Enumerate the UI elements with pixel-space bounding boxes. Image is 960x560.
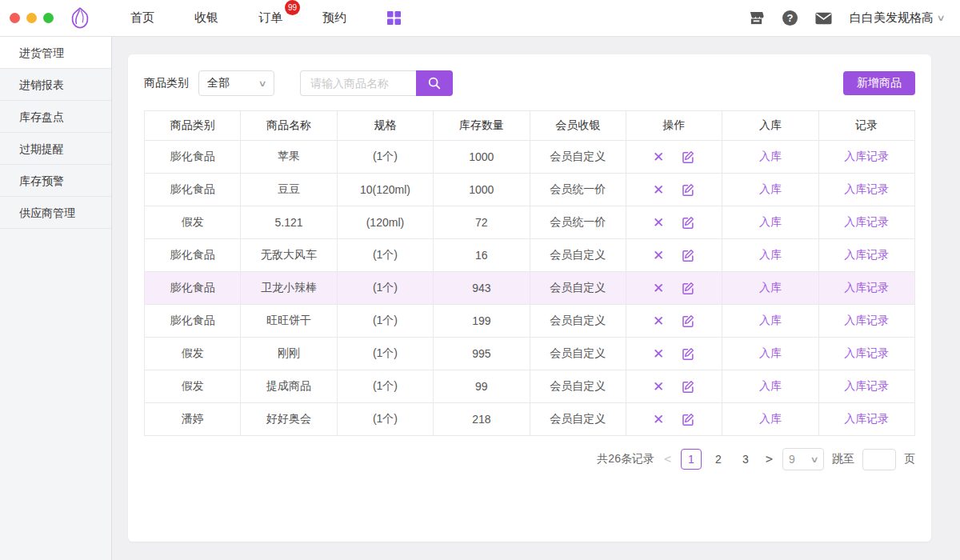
close-window-button[interactable]: [10, 13, 20, 23]
column-header: 规格: [337, 111, 433, 141]
delete-icon[interactable]: ✕: [653, 282, 664, 295]
nav-item-orders[interactable]: 订单99: [257, 7, 284, 29]
cell-category: 膨化食品: [145, 239, 241, 272]
edit-icon[interactable]: [680, 248, 695, 263]
category-select[interactable]: 全部 ∨: [198, 70, 274, 96]
edit-icon[interactable]: [680, 412, 695, 427]
delete-icon[interactable]: ✕: [653, 150, 664, 164]
sidebar-item-purchase-management[interactable]: 进货管理: [0, 37, 111, 69]
cell-member-pricing: 会员自定义: [530, 272, 626, 305]
page-number-button[interactable]: 1: [681, 449, 702, 470]
sidebar-item-stock-warning[interactable]: 库存预警: [0, 165, 111, 197]
stock-in-record-link[interactable]: 入库记录: [844, 412, 889, 425]
nav-item-booking[interactable]: 预约: [321, 7, 348, 29]
cell-actions: ✕: [626, 141, 722, 174]
cell-spec: (1个): [337, 370, 433, 403]
minimize-window-button[interactable]: [26, 13, 37, 23]
sidebar-item-expiry-reminder[interactable]: 过期提醒: [0, 133, 111, 165]
mail-icon[interactable]: [815, 12, 832, 25]
delete-icon[interactable]: ✕: [653, 183, 664, 197]
edit-icon[interactable]: [680, 182, 695, 198]
delete-icon[interactable]: ✕: [653, 314, 664, 328]
stock-in-record-link[interactable]: 入库记录: [844, 182, 889, 195]
table-row: 膨化食品豆豆10(120ml)1000会员统一价✕入库入库记录: [145, 174, 915, 206]
sidebar-item-supplier-management[interactable]: 供应商管理: [0, 197, 111, 229]
edit-icon[interactable]: [680, 150, 695, 165]
nav-item-label: 收银: [194, 10, 218, 24]
next-page-button[interactable]: >: [764, 452, 774, 466]
table-row: 膨化食品无敌大风车(1个)16会员自定义✕入库入库记录: [145, 239, 915, 272]
sidebar-item-inventory-check[interactable]: 库存盘点: [0, 101, 111, 133]
edit-icon[interactable]: [680, 379, 695, 394]
stock-in-record-link[interactable]: 入库记录: [844, 346, 889, 359]
category-select-value: 全部: [207, 76, 230, 90]
cell-stock-qty: 16: [434, 239, 530, 272]
stock-in-link[interactable]: 入库: [759, 412, 782, 425]
delete-icon[interactable]: ✕: [653, 413, 664, 426]
delete-icon[interactable]: ✕: [653, 216, 664, 230]
page-number-button[interactable]: 2: [708, 449, 729, 470]
stock-in-link[interactable]: 入库: [759, 182, 782, 195]
cell-member-pricing: 会员自定义: [530, 338, 626, 370]
edit-icon[interactable]: [680, 314, 695, 329]
maximize-window-button[interactable]: [43, 13, 54, 23]
stock-in-link[interactable]: 入库: [759, 281, 782, 294]
edit-icon[interactable]: [680, 281, 695, 296]
edit-icon[interactable]: [680, 346, 695, 362]
cell-category: 膨化食品: [145, 272, 241, 305]
search-group: [300, 70, 453, 96]
cell-stock-qty: 1000: [434, 174, 530, 206]
column-header: 会员收银: [530, 111, 626, 141]
cell-record: 入库记录: [818, 403, 914, 436]
stock-in-link[interactable]: 入库: [759, 150, 782, 162]
stock-in-record-link[interactable]: 入库记录: [844, 150, 889, 162]
help-icon[interactable]: ?: [782, 10, 798, 26]
cell-stock-qty: 99: [434, 370, 530, 403]
table-row: 潘婷好好奥会(1个)218会员自定义✕入库入库记录: [145, 403, 915, 436]
nav-item-label: 首页: [130, 10, 154, 24]
stock-in-link[interactable]: 入库: [759, 314, 782, 326]
nav-item-label: 订单: [258, 10, 282, 24]
cell-stock-in: 入库: [722, 239, 818, 272]
store-icon[interactable]: [748, 10, 765, 26]
user-menu[interactable]: 白白美发规格高 ∨: [850, 10, 944, 26]
cell-spec: (1个): [337, 338, 433, 370]
app-logo-tulip-icon: [65, 3, 95, 34]
page-size-select[interactable]: 9 ∨: [782, 448, 824, 470]
search-button[interactable]: [416, 70, 453, 96]
stock-in-record-link[interactable]: 入库记录: [844, 248, 889, 261]
column-header: 操作: [626, 111, 722, 141]
cell-actions: ✕: [626, 403, 722, 436]
nav-item-label: 预约: [322, 10, 346, 24]
stock-in-link[interactable]: 入库: [759, 379, 782, 392]
nav-items: 首页收银订单99预约: [129, 7, 348, 29]
stock-in-link[interactable]: 入库: [759, 248, 782, 261]
category-filter-label: 商品类别: [144, 76, 189, 90]
stock-in-record-link[interactable]: 入库记录: [844, 379, 889, 392]
edit-icon[interactable]: [680, 215, 695, 230]
prev-page-button[interactable]: <: [662, 452, 673, 466]
column-header: 记录: [818, 111, 914, 141]
jump-page-input[interactable]: [862, 449, 896, 470]
search-input[interactable]: [300, 70, 416, 96]
apps-grid-icon[interactable]: [386, 10, 402, 26]
stock-in-record-link[interactable]: 入库记录: [844, 281, 889, 294]
page-number-button[interactable]: 3: [735, 449, 756, 470]
cell-product-name: 苹果: [241, 141, 337, 174]
nav-item-home[interactable]: 首页: [129, 7, 156, 29]
sidebar-item-purchase-sales-report[interactable]: 进销报表: [0, 69, 111, 101]
cell-stock-qty: 199: [434, 305, 530, 338]
stock-in-link[interactable]: 入库: [759, 215, 782, 228]
page-number-list: 123: [681, 449, 756, 470]
stock-in-record-link[interactable]: 入库记录: [844, 314, 889, 326]
delete-icon[interactable]: ✕: [653, 380, 664, 394]
add-product-button[interactable]: 新增商品: [843, 71, 915, 95]
chevron-down-icon: ∨: [258, 78, 266, 89]
delete-icon[interactable]: ✕: [653, 347, 664, 361]
cell-spec: 10(120ml): [337, 174, 433, 206]
stock-in-record-link[interactable]: 入库记录: [844, 215, 889, 228]
stock-in-link[interactable]: 入库: [759, 346, 782, 359]
nav-item-cashier[interactable]: 收银: [193, 7, 220, 29]
table-row: 膨化食品旺旺饼干(1个)199会员自定义✕入库入库记录: [145, 305, 915, 338]
delete-icon[interactable]: ✕: [653, 249, 664, 262]
